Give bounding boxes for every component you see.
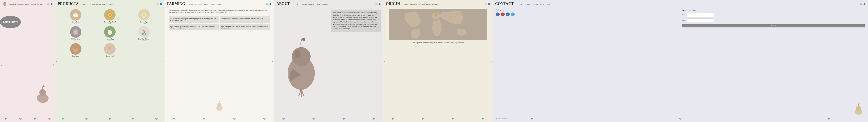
contact-nav-farming[interactable]: Farming — [532, 3, 538, 5]
home-quail-icon — [34, 84, 51, 105]
products-prev-arrow[interactable]: ‹ — [56, 58, 58, 64]
origin-cart-icon[interactable]: 🛒 — [485, 3, 487, 5]
about-cart-icon[interactable]: 🛒 — [375, 3, 378, 5]
product-item[interactable]: Quail Meat £8.00 — [59, 43, 92, 58]
product-item[interactable]: Quail Egg Scissors £2.50 — [128, 26, 160, 42]
home-nav-about[interactable]: About — [25, 3, 30, 5]
about-content: We connect to all our customers that we … — [274, 7, 383, 122]
product-item[interactable]: Spilled Eggs £3.50 — [59, 9, 92, 25]
product-item[interactable]: Pickled Eggs £3.00 — [59, 26, 92, 42]
product-pickled-eggs-name: Pickled Eggs — [71, 38, 80, 40]
contact-cart-icon[interactable]: 🛒 — [860, 3, 862, 5]
products-nav-about[interactable]: About — [96, 3, 101, 5]
svg-point-25 — [108, 47, 112, 50]
origin-user-icon[interactable]: 👤 — [488, 3, 490, 5]
svg-point-30 — [292, 47, 311, 66]
about-next-arrow[interactable]: › — [381, 58, 382, 64]
product-item[interactable]: Organic Eggs £4.00 — [94, 26, 126, 42]
farming-bottom-decor: 🐦 • 🐦 • 🐦 • 🐦 — [164, 118, 274, 120]
about-nav-origin[interactable]: Origin — [316, 3, 320, 5]
origin-prev-arrow[interactable]: ‹ — [384, 58, 385, 64]
about-nav-farming[interactable]: Farming — [308, 3, 314, 5]
origin-next-arrow[interactable]: › — [490, 58, 492, 64]
about-description: We connect to all our customers that we … — [331, 9, 381, 32]
origin-nav-products[interactable]: Products — [410, 3, 417, 5]
products-cart-icon[interactable]: 🛒 — [157, 3, 159, 5]
farming-card-2: Using decreased amounts of non-renewable… — [220, 16, 270, 23]
product-scissors-price: £2.50 — [143, 40, 146, 42]
contact-nav-origin[interactable]: Origin — [546, 3, 550, 5]
about-nav-icons: 🛒 👤 — [375, 3, 381, 5]
origin-nav-contact[interactable]: Contact — [432, 3, 438, 5]
contact-email-label: Email — [682, 20, 686, 21]
products-nav-home[interactable]: Home — [83, 3, 87, 5]
products-next-arrow[interactable]: › — [162, 58, 164, 64]
products-nav-origin[interactable]: Origin — [102, 3, 107, 5]
origin-nav-farming[interactable]: Farming — [418, 3, 425, 5]
farming-prev-arrow[interactable]: ‹ — [165, 58, 167, 64]
contact-nav-products[interactable]: Products — [524, 3, 531, 5]
home-next-arrow[interactable]: › — [53, 63, 54, 67]
contact-name-input[interactable] — [687, 13, 714, 17]
farming-next-arrow[interactable]: › — [272, 58, 273, 64]
origin-nav-links: Home Products Farming About Contact — [404, 2, 438, 6]
product-spilled-eggs-img — [70, 9, 82, 21]
svg-point-31 — [294, 50, 300, 58]
product-spilled-eggs-price: £3.50 — [74, 23, 77, 25]
products-nav-farming[interactable]: Farming — [89, 3, 95, 5]
contact-follow-column: Follow Us f G+ in t — [496, 9, 678, 29]
about-nav-products[interactable]: Products — [300, 3, 307, 5]
farming-user-icon[interactable]: 👤 — [269, 3, 272, 5]
contact-follow-heading: Follow Us — [496, 9, 678, 11]
product-pickled-eggs-img — [70, 26, 82, 38]
contact-linkedin-icon[interactable]: in — [506, 12, 510, 16]
contact-bottom-decor: 🐦 • 🐦 • 🐦 — [493, 118, 868, 120]
home-nav-products[interactable]: Products — [9, 3, 16, 5]
contact-email-input[interactable] — [687, 18, 714, 22]
farming-cart-icon[interactable]: 🛒 — [266, 3, 268, 5]
farming-nav-products[interactable]: Products — [195, 3, 202, 5]
section-contact: CONTACT Home Products Farming About Orig… — [493, 0, 868, 122]
svg-point-2 — [4, 2, 5, 3]
farming-nav-home[interactable]: Home — [189, 3, 194, 5]
contact-user-icon[interactable]: 👤 — [863, 3, 866, 5]
product-item[interactable]: Button Quail £5.00 — [94, 43, 126, 58]
product-item[interactable]: Scotch Eggs £4.50 — [128, 9, 160, 25]
origin-bottom-decor: 🐦 • 🐦 • 🐦 • 🐦 — [383, 118, 493, 120]
home-logo-icon[interactable] — [2, 1, 7, 6]
farming-nav-about[interactable]: About — [204, 3, 208, 5]
products-nav-contact[interactable]: Contact — [108, 3, 114, 5]
home-nav-contact[interactable]: Contact — [37, 3, 43, 5]
home-prev-arrow[interactable]: ‹ — [1, 63, 2, 67]
home-cart-icon[interactable]: 🛒 — [47, 3, 50, 5]
contact-nav: CONTACT Home Products Farming About Orig… — [493, 0, 868, 7]
farming-nav-contact[interactable]: Contact — [216, 3, 222, 5]
about-nav-home[interactable]: Home — [294, 3, 298, 5]
farming-nav-origin[interactable]: Origin — [210, 3, 214, 5]
contact-nav-about[interactable]: About — [540, 3, 544, 5]
section-products: PRODUCTS Home Farming About Origin Conta… — [55, 0, 164, 122]
product-item[interactable]: Scotch Egg Salad £5.00 — [94, 9, 126, 25]
contact-facebook-icon[interactable]: f — [496, 12, 500, 16]
origin-nav-about[interactable]: About — [426, 3, 431, 5]
farming-card-1: The incorporation of biological and ecol… — [169, 16, 219, 23]
origin-nav-home[interactable]: Home — [404, 3, 408, 5]
svg-point-19 — [110, 30, 112, 32]
contact-nav-home[interactable]: Home — [518, 3, 522, 5]
home-nav-farming[interactable]: Farming — [18, 3, 24, 5]
product-scotch-eggs-name: Scotch Eggs — [140, 21, 148, 23]
contact-email-field-row: Email — [682, 18, 865, 23]
about-user-icon[interactable]: 👤 — [378, 3, 381, 5]
contact-twitter-icon[interactable]: t — [511, 12, 515, 16]
world-map-svg — [389, 9, 487, 40]
contact-submit-button[interactable]: Submit — [682, 24, 865, 28]
home-nav-origin[interactable]: Origin — [31, 3, 36, 5]
about-nav-contact[interactable]: Contact — [322, 3, 328, 5]
about-prev-arrow[interactable]: ‹ — [275, 58, 276, 64]
products-user-icon[interactable]: 👤 — [160, 3, 162, 5]
about-nav: ABOUT Home Products Farming Origin Conta… — [274, 0, 383, 7]
home-user-icon[interactable]: 👤 — [51, 3, 53, 5]
contact-googleplus-icon[interactable]: G+ — [501, 12, 505, 16]
svg-point-4 — [39, 89, 46, 96]
svg-point-35 — [299, 70, 300, 71]
